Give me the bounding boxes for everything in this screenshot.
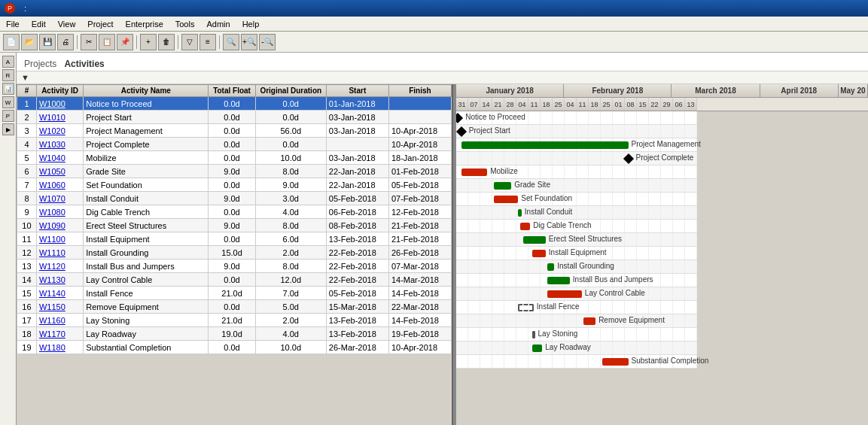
add-btn[interactable]: + — [140, 34, 157, 50]
copy-btn[interactable]: 📋 — [99, 34, 115, 50]
group-btn[interactable]: ≡ — [199, 34, 216, 50]
table-row[interactable]: 11W1100Install Equipment0.0d6.0d13-Feb-2… — [17, 232, 452, 246]
gantt-cell — [492, 328, 504, 341]
table-row[interactable]: 13W1120Install Bus and Jumpers9.0d8.0d22… — [17, 260, 452, 273]
zoom-out-btn[interactable]: -🔍 — [259, 34, 276, 50]
table-row[interactable]: 18W1170Lay Roadway19.0d4.0d13-Feb-201819… — [17, 327, 452, 341]
col-header-finish[interactable]: Finish — [388, 85, 451, 97]
activity-id-link[interactable]: W1050 — [39, 167, 65, 176]
activity-id-link[interactable]: W1090 — [39, 221, 65, 230]
activity-id-link[interactable]: W1000 — [39, 99, 65, 108]
menu-help[interactable]: Help — [236, 17, 266, 31]
activity-id-link[interactable]: W1040 — [39, 153, 65, 162]
menu-enterprise[interactable]: Enterprise — [120, 17, 169, 31]
gantt-cell — [528, 111, 541, 124]
menu-project[interactable]: Project — [81, 17, 119, 31]
gantt-day-01: 01 — [613, 98, 625, 111]
gantt-cell — [456, 355, 468, 368]
activity-id-link[interactable]: W1130 — [39, 275, 65, 284]
table-row[interactable]: 7W1060Set Foundation0.0d9.0d22-Jan-20180… — [17, 178, 452, 192]
activity-id-link[interactable]: W1110 — [39, 248, 65, 257]
sidebar-activities-btn[interactable]: A — [2, 56, 14, 68]
menu-view[interactable]: View — [52, 17, 82, 31]
table-row[interactable]: 19W1180Substantial Completion0.0d10.0d26… — [17, 341, 452, 354]
table-row[interactable]: 15W1140Install Fence21.0d7.0d05-Feb-2018… — [17, 287, 452, 300]
gantt-cell — [577, 165, 589, 178]
col-header-id[interactable]: Activity ID — [36, 85, 83, 97]
delete-btn[interactable]: 🗑 — [158, 34, 175, 50]
paste-btn[interactable]: 📌 — [117, 34, 133, 50]
gantt-cell — [685, 193, 697, 205]
col-header-name[interactable]: Activity Name — [84, 85, 209, 97]
row-start: 01-Jan-2018 — [326, 97, 388, 111]
activity-id-link[interactable]: W1140 — [39, 289, 65, 298]
table-row[interactable]: 3W1020Project Management0.0d56.0d03-Jan-… — [17, 124, 452, 138]
new-btn[interactable]: 📄 — [3, 34, 20, 50]
gantt-cell — [468, 260, 480, 273]
activity-id-link[interactable]: W1010 — [39, 113, 65, 122]
zoom-in-btn[interactable]: +🔍 — [241, 34, 257, 50]
activity-id-link[interactable]: W1150 — [39, 302, 65, 311]
gantt-cell — [577, 355, 589, 368]
sidebar-arrow-btn[interactable]: ▶ — [2, 123, 14, 135]
sidebar-resources-btn[interactable]: R — [2, 69, 14, 81]
menu-admin[interactable]: Admin — [200, 17, 236, 31]
cut-btn[interactable]: ✂ — [81, 34, 97, 50]
open-btn[interactable]: 📂 — [21, 34, 38, 50]
row-duration: 8.0d — [255, 260, 326, 273]
sidebar-reports-btn[interactable]: 📊 — [2, 83, 14, 95]
gantt-cell — [661, 301, 673, 314]
row-finish: 21-Feb-2018 — [388, 232, 451, 246]
activity-id-link[interactable]: W1100 — [39, 235, 65, 244]
menu-file[interactable]: File — [0, 17, 26, 31]
row-duration: 7.0d — [255, 287, 326, 300]
breadcrumb-projects[interactable]: Projects — [24, 59, 56, 69]
gantt-cell — [661, 152, 673, 165]
activity-id-link[interactable]: W1020 — [39, 126, 65, 135]
table-row[interactable]: 10W1090Erect Steel Structures9.0d8.0d08-… — [17, 219, 452, 232]
table-row[interactable]: 16W1150Remove Equipment0.0d5.0d15-Mar-20… — [17, 300, 452, 314]
col-header-start[interactable]: Start — [326, 85, 388, 97]
activity-id-link[interactable]: W1170 — [39, 329, 65, 338]
activity-id-link[interactable]: W1120 — [39, 262, 65, 271]
gantt-cell — [649, 193, 661, 205]
gantt-cell — [528, 206, 541, 219]
gantt-cell — [468, 342, 480, 354]
table-row[interactable]: 1W1000Notice to Proceed0.0d0.0d01-Jan-20… — [17, 97, 452, 111]
activity-id-link[interactable]: W1070 — [39, 194, 65, 203]
table-row[interactable]: 12W1110Install Grounding15.0d2.0d22-Feb-… — [17, 246, 452, 260]
activity-id-link[interactable]: W1160 — [39, 316, 65, 325]
sidebar-wbs-btn[interactable]: W — [2, 96, 14, 108]
table-row[interactable]: 14W1130Lay Control Cable0.0d12.0d22-Feb-… — [17, 273, 452, 287]
gantt-cell — [661, 314, 673, 327]
save-btn[interactable]: 💾 — [39, 34, 56, 50]
table-row[interactable]: 4W1030Project Complete0.0d0.0d10-Apr-201… — [17, 138, 452, 151]
activity-id-link[interactable]: W1180 — [39, 343, 65, 352]
gantt-cell — [637, 314, 649, 327]
print-btn[interactable]: 🖨 — [57, 34, 74, 50]
gantt-section[interactable]: January 2018 February 2018 March 2018 Ap… — [456, 84, 868, 425]
menu-tools[interactable]: Tools — [169, 17, 201, 31]
search-btn[interactable]: 🔍 — [223, 34, 239, 50]
table-row[interactable]: 6W1050Grade Site9.0d8.0d22-Jan-201801-Fe… — [17, 165, 452, 178]
table-row[interactable]: 8W1070Install Conduit9.0d3.0d05-Feb-2018… — [17, 192, 452, 205]
gantt-cell — [685, 165, 697, 178]
gantt-bar — [494, 196, 518, 203]
col-header-float[interactable]: Total Float — [209, 85, 255, 97]
gantt-cell — [589, 355, 601, 368]
table-row[interactable]: 17W1160Lay Stoning21.0d2.0d13-Feb-201814… — [17, 314, 452, 327]
table-row[interactable]: 5W1040Mobilize0.0d10.0d03-Jan-201818-Jan… — [17, 151, 452, 165]
menu-edit[interactable]: Edit — [26, 17, 52, 31]
col-header-duration[interactable]: Original Duration — [255, 85, 326, 97]
activity-id-link[interactable]: W1080 — [39, 208, 65, 217]
sidebar-projects-btn[interactable]: P — [2, 110, 14, 122]
table-row[interactable]: 9W1080Dig Cable Trench0.0d4.0d06-Feb-201… — [17, 205, 452, 219]
activity-id-link[interactable]: W1030 — [39, 140, 65, 149]
gantt-cell — [649, 342, 661, 354]
activity-id-link[interactable]: W1060 — [39, 181, 65, 190]
row-id: W1180 — [36, 341, 83, 354]
row-duration: 12.0d — [255, 273, 326, 287]
table-row[interactable]: 2W1010Project Start0.0d0.0d03-Jan-2018 — [17, 111, 452, 124]
toolbar: 📄 📂 💾 🖨 ✂ 📋 📌 + 🗑 ▽ ≡ 🔍 +🔍 -🔍 — [0, 32, 868, 53]
filter-btn[interactable]: ▽ — [181, 34, 198, 50]
